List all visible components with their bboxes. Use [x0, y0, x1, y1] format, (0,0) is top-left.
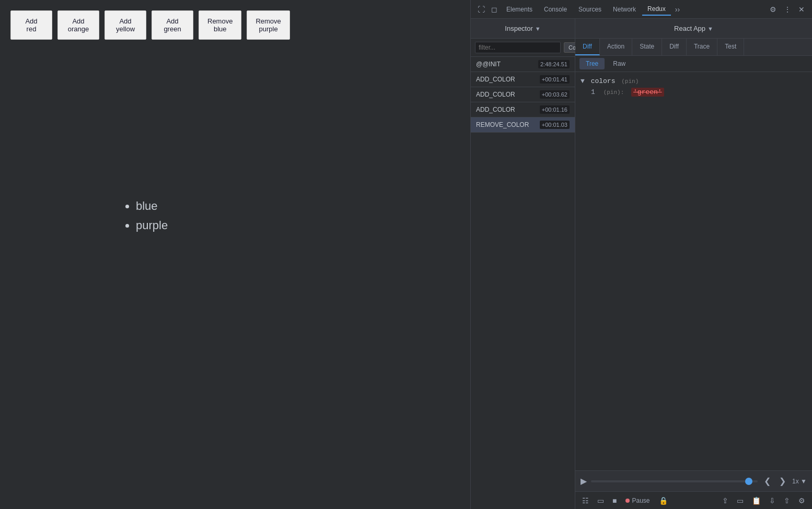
layout-icon[interactable]: ■ — [610, 495, 619, 506]
colors-pin: (pin) — [621, 78, 639, 85]
gear-icon[interactable]: ⚙ — [767, 3, 780, 16]
app-dropdown-icon[interactable]: ▼ — [707, 26, 713, 32]
scrubber-track[interactable] — [591, 480, 758, 482]
action-item-init[interactable]: @@INIT 2:48:24.51 — [471, 57, 575, 72]
tab-diff2[interactable]: Diff — [662, 39, 687, 55]
action-time: +00:01.16 — [540, 105, 570, 114]
list-item: purple — [136, 216, 460, 235]
remove-blue-button[interactable]: Removeblue — [199, 10, 241, 40]
item-pin: (pin): — [604, 89, 624, 96]
action-name: ADD_COLOR — [476, 106, 515, 113]
action-time: +00:01.03 — [540, 121, 570, 129]
columns-icon[interactable]: ▭ — [595, 495, 607, 506]
tab-diff1[interactable]: Diff — [575, 39, 600, 55]
play-button[interactable]: ▶ — [581, 476, 587, 486]
more-tabs-icon[interactable]: ›› — [672, 3, 683, 16]
action-item-add3[interactable]: ADD_COLOR +00:01.16 — [471, 102, 575, 117]
pause-button[interactable]: Pause — [622, 496, 653, 505]
filter-input[interactable] — [475, 42, 561, 53]
list-item: blue — [136, 196, 460, 216]
add-orange-button[interactable]: Addorange — [57, 10, 99, 40]
sub-tabs: Tree Raw — [575, 56, 812, 72]
action-item-remove[interactable]: REMOVE_COLOR +00:01.03 — [471, 117, 575, 133]
tree-content: ▼ colors (pin) 1 (pin): 'green' — [575, 72, 812, 470]
pause-indicator — [625, 499, 630, 503]
remove-purple-button[interactable]: Removepurple — [247, 10, 289, 40]
color-list: blue purple — [125, 196, 460, 235]
subtab-raw[interactable]: Raw — [607, 58, 632, 69]
tab-sources[interactable]: Sources — [573, 4, 607, 15]
tab-console[interactable]: Console — [539, 4, 572, 15]
import-icon[interactable]: ⇪ — [720, 495, 731, 506]
tree-item-1: 1 (pin): 'green' — [591, 88, 807, 96]
action-time: 2:48:24.51 — [538, 60, 570, 68]
upload-icon[interactable]: ⇧ — [781, 495, 793, 506]
action-name: ADD_COLOR — [476, 91, 515, 98]
download-icon[interactable]: ⇩ — [767, 495, 778, 506]
action-time: +00:01.41 — [540, 75, 570, 84]
speed-selector[interactable]: 1x ▼ — [792, 478, 807, 485]
subtab-tree[interactable]: Tree — [579, 58, 605, 69]
tree-index: 1 — [591, 88, 595, 96]
copy-icon[interactable]: 📋 — [749, 495, 763, 506]
next-button[interactable]: ❯ — [777, 476, 788, 486]
inspector-dropdown-icon[interactable]: ▼ — [535, 26, 541, 32]
action-time: +00:03.62 — [540, 90, 570, 99]
app-label: React App — [674, 25, 705, 32]
add-green-button[interactable]: Addgreen — [152, 10, 193, 40]
tab-trace[interactable]: Trace — [687, 39, 717, 55]
grid-icon[interactable]: ☷ — [579, 495, 591, 506]
devtools-topbar: ⛶ ◻ Elements Console Sources Network Red… — [471, 0, 812, 19]
lock-icon[interactable]: 🔒 — [656, 495, 670, 506]
add-yellow-button[interactable]: Addyellow — [105, 10, 146, 40]
filter-row: Commit — [471, 39, 575, 57]
playback-bar: ▶ ❮ ❯ 1x ▼ — [575, 470, 812, 491]
inspector-label: Inspector — [505, 25, 532, 32]
ellipsis-icon[interactable]: ⋮ — [781, 3, 794, 16]
screenshot-icon[interactable]: ⛶ — [475, 4, 488, 15]
colors-label: colors — [591, 77, 616, 85]
redux-content: Commit @@INIT 2:48:24.51 ADD_COLOR +00:0… — [471, 39, 812, 509]
expand-icon[interactable]: ▼ — [581, 77, 585, 85]
action-name: ADD_COLOR — [476, 76, 515, 83]
pause-label: Pause — [632, 497, 649, 504]
detail-panel: Diff Action State Diff Trace Test Tree R… — [575, 39, 812, 509]
close-icon[interactable]: ✕ — [795, 3, 808, 16]
tab-state[interactable]: State — [632, 39, 662, 55]
tab-elements[interactable]: Elements — [501, 4, 538, 15]
action-name: @@INIT — [476, 61, 501, 68]
button-row: Addred Addorange Addyellow Addgreen Remo… — [10, 10, 460, 40]
export-icon[interactable]: ▭ — [734, 495, 746, 506]
app-section: React App ▼ — [575, 19, 812, 38]
tab-action[interactable]: Action — [600, 39, 632, 55]
action-item-add2[interactable]: ADD_COLOR +00:03.62 — [471, 87, 575, 102]
action-name: REMOVE_COLOR — [476, 121, 529, 128]
prev-button[interactable]: ❮ — [762, 476, 773, 486]
add-red-button[interactable]: Addred — [10, 10, 52, 40]
tab-test[interactable]: Test — [717, 39, 744, 55]
redux-header: Inspector ▼ React App ▼ — [471, 19, 812, 39]
tab-redux[interactable]: Redux — [642, 3, 671, 16]
devtools-panel: ⛶ ◻ Elements Console Sources Network Red… — [470, 0, 812, 509]
detail-tabs: Diff Action State Diff Trace Test — [575, 39, 812, 56]
inspector-section: Inspector ▼ — [471, 19, 575, 38]
app-panel: Addred Addorange Addyellow Addgreen Remo… — [0, 0, 470, 509]
settings-icon[interactable]: ⚙ — [796, 495, 808, 506]
device-icon[interactable]: ◻ — [489, 4, 500, 15]
scrubber-thumb[interactable] — [745, 478, 752, 485]
action-item-add1[interactable]: ADD_COLOR +00:01.41 — [471, 72, 575, 87]
tree-deleted-value: 'green' — [631, 88, 664, 97]
action-list-panel: Commit @@INIT 2:48:24.51 ADD_COLOR +00:0… — [471, 39, 575, 509]
tab-network[interactable]: Network — [608, 4, 641, 15]
devtools-toolbar: ☷ ▭ ■ Pause 🔒 ⇪ ▭ 📋 ⇩ ⇧ ⚙ — [575, 491, 812, 509]
tree-root: ▼ colors (pin) — [581, 77, 807, 85]
